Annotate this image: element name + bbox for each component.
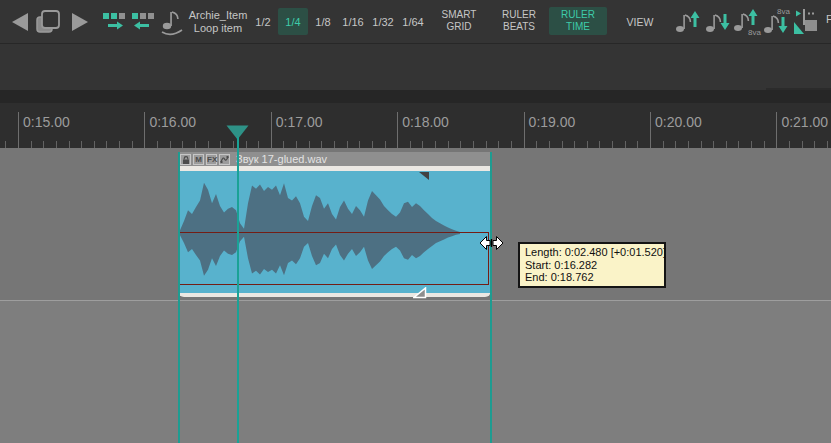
ruler-label: 0:15.00 (23, 114, 70, 130)
grid-button-1-4[interactable]: 1/4 (278, 8, 308, 35)
selection-rectangle (179, 232, 489, 285)
duplicate-icon[interactable] (34, 8, 62, 40)
ruler-minor-tick (170, 141, 171, 148)
ruler-minor-tick (814, 141, 815, 148)
ruler-label: 0:16.00 (149, 114, 196, 130)
ruler-minor-tick (713, 141, 714, 148)
ruler-minor-tick (56, 141, 57, 148)
clipped-right-label: F (826, 13, 831, 25)
ruler-minor-tick (94, 141, 95, 148)
ruler-minor-tick (283, 141, 284, 148)
ruler-beats-button[interactable]: RULER BEATS (494, 9, 544, 33)
clip-left-edge-line[interactable] (178, 152, 180, 443)
loop-item-icon[interactable] (159, 7, 185, 41)
back-icon[interactable] (12, 13, 28, 35)
track-lane-2[interactable] (0, 301, 831, 443)
ruler-minor-tick (422, 141, 423, 148)
ruler-minor-tick (81, 141, 82, 148)
ruler-minor-tick (106, 141, 107, 148)
transport-bar: 0:16.757 BPM 120 (0, 44, 831, 90)
fade-handle-top[interactable] (419, 166, 429, 184)
timeline-ruler[interactable]: 0:15.000:16.000:17.000:18.000:19.000:20.… (0, 103, 831, 148)
pitch-up-icon[interactable] (674, 8, 702, 40)
ruler-major-tick (397, 112, 398, 148)
ruler-minor-tick (473, 141, 474, 148)
ruler-minor-tick (5, 141, 6, 148)
ruler-minor-tick (43, 141, 44, 148)
clip-right-edge-line[interactable] (490, 152, 492, 443)
insert-left-icon[interactable] (131, 11, 157, 37)
ruler-minor-tick (195, 141, 196, 148)
ruler-minor-tick (511, 141, 512, 148)
ruler-minor-tick (334, 141, 335, 148)
ruler-minor-tick (599, 141, 600, 148)
playhead-line[interactable] (237, 137, 239, 443)
envelope-icon[interactable] (219, 154, 230, 165)
ruler-major-tick (650, 112, 651, 148)
grid-button-1-16[interactable]: 1/16 (338, 8, 368, 35)
ruler-minor-tick (751, 141, 752, 148)
divider-strip (0, 90, 831, 103)
ruler-major-tick (776, 112, 777, 148)
item-mode-button[interactable]: Archie_Item Loop item (186, 9, 250, 35)
ruler-minor-tick (410, 141, 411, 148)
forward-icon[interactable] (72, 13, 88, 35)
tooltip-length: Length: 0:02.480 [+0:01.520] (525, 246, 659, 259)
ruler-minor-tick (119, 141, 120, 148)
daw-window: Archie_Item Loop item 1/21/41/81/161/321… (0, 0, 831, 443)
ruler-minor-tick (612, 141, 613, 148)
ruler-minor-tick (359, 141, 360, 148)
mute-button[interactable]: M (193, 154, 204, 165)
edit-tooltip: Length: 0:02.480 [+0:01.520] Start: 0:16… (518, 242, 666, 288)
ruler-minor-tick (347, 141, 348, 148)
ruler-minor-tick (220, 141, 221, 148)
ruler-major-tick (144, 112, 145, 148)
pitch-down-icon[interactable] (704, 8, 732, 40)
clip-title: Звук 17-glued.wav (236, 153, 327, 165)
grid-button-1-8[interactable]: 1/8 (308, 8, 338, 35)
ruler-minor-tick (688, 141, 689, 148)
ruler-minor-tick (637, 141, 638, 148)
ruler-time-button[interactable]: RULER TIME (549, 7, 607, 35)
clip-bottom-border (178, 293, 491, 297)
ruler-minor-tick (385, 141, 386, 148)
ruler-major-tick (18, 112, 19, 148)
tooltip-end: End: 0:18.762 (525, 271, 659, 284)
smart-grid-button[interactable]: SMART GRID (437, 9, 481, 33)
svg-text:8va: 8va (748, 28, 761, 37)
lock-icon[interactable] (180, 154, 191, 165)
ruler-minor-tick (549, 141, 550, 148)
ruler-minor-tick (448, 141, 449, 148)
grid-button-1-2[interactable]: 1/2 (248, 8, 278, 35)
ruler-minor-tick (587, 141, 588, 148)
ruler-minor-tick (701, 141, 702, 148)
grid-button-1-32[interactable]: 1/32 (368, 8, 398, 35)
ruler-minor-tick (486, 141, 487, 148)
octave-down-icon[interactable]: 8va (762, 5, 792, 43)
grid-button-1-64[interactable]: 1/64 (398, 8, 428, 35)
ruler-minor-tick (789, 141, 790, 148)
ruler-label: 0:21.00 (781, 114, 828, 130)
svg-text:8va: 8va (777, 7, 790, 16)
view-button[interactable]: VIEW (622, 16, 658, 28)
ruler-label: 0:19.00 (529, 114, 576, 130)
ruler-minor-tick (498, 141, 499, 148)
insert-right-icon[interactable] (102, 11, 128, 37)
clip-header[interactable]: M FX Звук 17-glued.wav (178, 152, 491, 166)
ruler-minor-tick (738, 141, 739, 148)
ruler-minor-tick (536, 141, 537, 148)
ruler-minor-tick (675, 141, 676, 148)
trim-items-icon[interactable] (793, 8, 819, 40)
ruler-minor-tick (562, 141, 563, 148)
ruler-minor-tick (208, 141, 209, 148)
ruler-minor-tick (132, 141, 133, 148)
ruler-minor-tick (31, 141, 32, 148)
octave-up-icon[interactable]: 8va (732, 5, 762, 43)
ruler-minor-tick (321, 141, 322, 148)
ruler-minor-tick (435, 141, 436, 148)
ruler-label: 0:17.00 (276, 114, 323, 130)
ruler-minor-tick (663, 141, 664, 148)
ruler-minor-tick (157, 141, 158, 148)
fx-button[interactable]: FX (206, 154, 217, 165)
fade-handle-bottom[interactable] (413, 285, 427, 303)
